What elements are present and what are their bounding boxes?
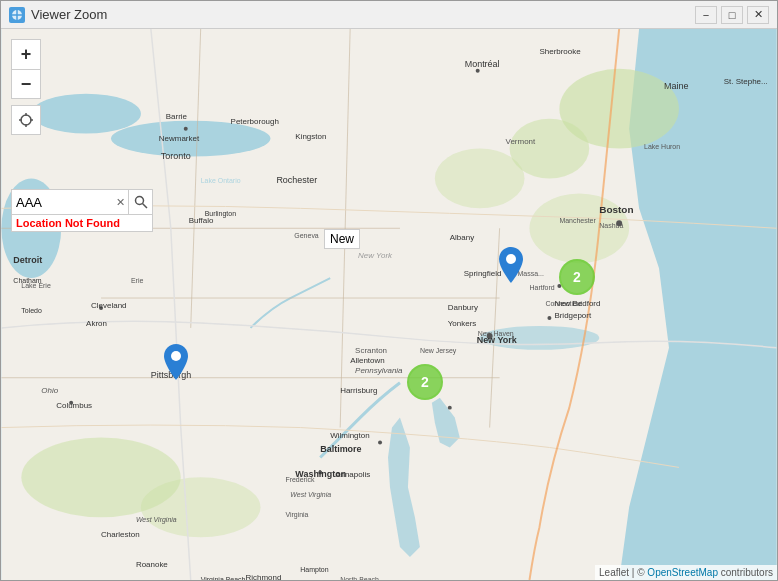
search-input[interactable] — [12, 190, 112, 214]
minimize-button[interactable]: − — [695, 6, 717, 24]
close-button[interactable]: ✕ — [747, 6, 769, 24]
svg-text:Yonkers: Yonkers — [448, 319, 477, 328]
svg-text:Akron: Akron — [86, 319, 107, 328]
svg-text:Virginia Beach: Virginia Beach — [201, 576, 246, 580]
svg-text:Roanoke: Roanoke — [136, 560, 168, 569]
svg-point-5 — [31, 94, 141, 134]
search-box: ✕ Location Not Found — [11, 189, 153, 232]
search-icon — [134, 195, 148, 209]
svg-text:Ohio: Ohio — [41, 386, 58, 395]
svg-text:Lake Ontario: Lake Ontario — [196, 167, 236, 174]
svg-text:Montréal: Montréal — [465, 59, 500, 69]
maximize-button[interactable]: □ — [721, 6, 743, 24]
map-attribution: Leaflet | © OpenStreetMap contributors — [595, 565, 777, 580]
cluster-count-2: 2 — [573, 269, 581, 285]
svg-line-104 — [142, 204, 147, 209]
svg-text:Toronto: Toronto — [161, 151, 191, 161]
search-clear-button[interactable]: ✕ — [112, 194, 128, 210]
svg-text:Detroit: Detroit — [13, 255, 42, 265]
svg-text:Sherbrooke: Sherbrooke — [539, 47, 581, 56]
svg-text:Boston: Boston — [599, 204, 633, 215]
svg-text:Washington: Washington — [295, 469, 346, 479]
svg-text:St. Stephe...: St. Stephe... — [724, 77, 768, 86]
svg-text:Lake Erie: Lake Erie — [21, 282, 51, 289]
title-bar: Viewer Zoom − □ ✕ — [1, 1, 777, 29]
svg-text:New York: New York — [358, 251, 393, 260]
cluster-marker-2[interactable]: 2 — [559, 259, 595, 295]
locate-button[interactable] — [11, 105, 41, 135]
svg-text:Scranton: Scranton — [355, 346, 387, 355]
map-zoom-controls: + − — [11, 39, 41, 135]
svg-text:Erie: Erie — [131, 277, 144, 284]
svg-text:Charleston: Charleston — [101, 530, 140, 539]
map-pin-2[interactable] — [499, 247, 523, 287]
svg-point-17 — [141, 477, 261, 537]
window-controls: − □ ✕ — [695, 6, 769, 24]
svg-text:Geneva: Geneva — [294, 232, 319, 239]
svg-text:Hampton: Hampton — [300, 566, 328, 574]
zoom-out-button[interactable]: − — [11, 69, 41, 99]
svg-text:Nashua: Nashua — [599, 222, 623, 229]
svg-text:North Beach: North Beach — [340, 576, 379, 580]
app-icon — [9, 7, 25, 23]
window-title: Viewer Zoom — [31, 7, 695, 22]
svg-text:Buffalo: Buffalo — [189, 216, 214, 225]
new-label: New — [324, 229, 360, 249]
svg-text:New Haven: New Haven — [478, 330, 514, 337]
svg-point-103 — [135, 197, 143, 205]
cluster-count-1: 2 — [421, 374, 429, 390]
svg-text:Cleveland: Cleveland — [91, 301, 126, 310]
svg-point-28 — [448, 406, 452, 410]
map-background: Montréal Sherbrooke Barrie Peterborough … — [1, 29, 777, 580]
map-container[interactable]: Montréal Sherbrooke Barrie Peterborough … — [1, 29, 777, 580]
svg-text:Bridgeport: Bridgeport — [554, 311, 592, 320]
svg-text:Rochester: Rochester — [276, 175, 317, 185]
svg-text:Harrisburg: Harrisburg — [340, 386, 377, 395]
svg-text:Barrie: Barrie — [166, 112, 188, 121]
svg-point-25 — [184, 127, 188, 131]
svg-text:West Virginia: West Virginia — [290, 491, 331, 499]
svg-text:Kingston: Kingston — [295, 132, 326, 141]
map-pin-1[interactable] — [164, 344, 188, 384]
svg-point-29 — [378, 441, 382, 445]
svg-text:West Virginia: West Virginia — [136, 516, 177, 524]
svg-text:Virginia: Virginia — [285, 511, 308, 519]
cluster-marker-1[interactable]: 2 — [407, 364, 443, 400]
svg-text:Burlington: Burlington — [205, 210, 237, 218]
svg-point-35 — [547, 316, 551, 320]
main-window: Viewer Zoom − □ ✕ — [0, 0, 778, 581]
svg-point-98 — [21, 115, 31, 125]
svg-point-106 — [506, 254, 516, 264]
svg-text:Lake Huron: Lake Huron — [644, 143, 680, 150]
svg-text:Columbus: Columbus — [56, 401, 92, 410]
svg-text:Lake Ontario: Lake Ontario — [201, 177, 241, 184]
zoom-in-button[interactable]: + — [11, 39, 41, 69]
svg-point-105 — [171, 351, 181, 361]
search-error-message: Location Not Found — [11, 215, 153, 232]
svg-point-15 — [435, 149, 525, 209]
svg-text:Peterborough: Peterborough — [231, 117, 279, 126]
search-button[interactable] — [128, 190, 152, 214]
svg-text:Toledo: Toledo — [21, 307, 42, 314]
crosshair-icon — [18, 112, 34, 128]
svg-text:Newmarket: Newmarket — [159, 134, 200, 143]
search-row: ✕ — [11, 189, 153, 215]
svg-text:Richmond: Richmond — [246, 573, 282, 580]
svg-text:Hartford: Hartford — [529, 284, 554, 291]
svg-text:Vermont: Vermont — [506, 137, 536, 146]
svg-text:Allentown: Allentown — [350, 356, 385, 365]
svg-text:Wilmington: Wilmington — [330, 431, 369, 440]
svg-text:New Bedford: New Bedford — [554, 299, 600, 308]
svg-point-24 — [476, 69, 480, 73]
svg-text:Springfield: Springfield — [464, 269, 502, 278]
svg-text:Maine: Maine — [664, 81, 688, 91]
svg-text:Danbury: Danbury — [448, 303, 478, 312]
svg-text:Pennsylvania: Pennsylvania — [355, 366, 403, 375]
svg-text:New Jersey: New Jersey — [420, 347, 457, 355]
osm-link[interactable]: OpenStreetMap — [647, 567, 718, 578]
svg-text:Albany: Albany — [450, 233, 474, 242]
svg-text:Baltimore: Baltimore — [320, 444, 361, 454]
svg-text:Manchester: Manchester — [559, 217, 596, 224]
